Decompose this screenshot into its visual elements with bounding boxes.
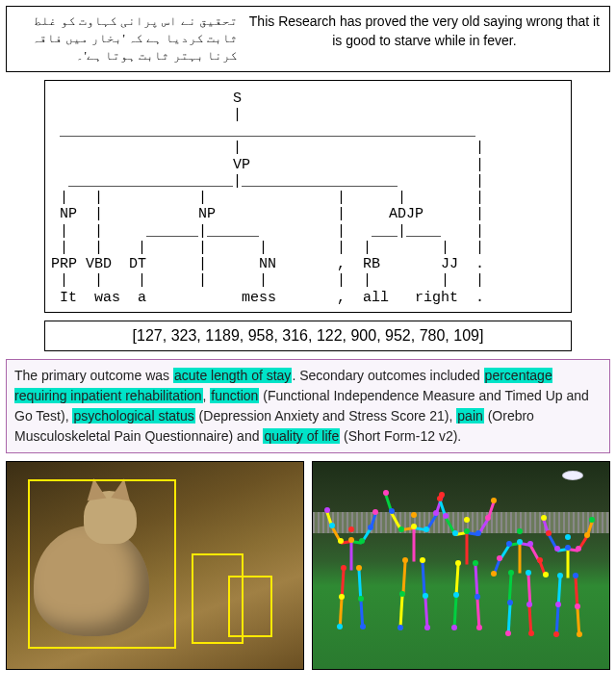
pose-keypoint [455, 560, 461, 566]
pose-keypoint [402, 557, 408, 563]
t: . Secondary outcomes included [292, 368, 483, 383]
pose-keypoint [473, 560, 478, 566]
pose-keypoint [452, 530, 458, 536]
pose-keypoint [485, 515, 491, 521]
pose-keypoint [575, 603, 580, 609]
entity-span: pain [456, 408, 483, 424]
sequence-text: [127, 323, 1189, 958, 316, 122, 900, 952… [133, 327, 484, 344]
parse-tree-ascii: S | ____________________________________… [51, 90, 565, 306]
pose-keypoint [517, 528, 523, 534]
pose-keypoint [553, 631, 559, 637]
entity-span: function [210, 388, 259, 403]
pose-keypoint [324, 507, 330, 513]
pose-keypoint [372, 509, 378, 515]
pose-keypoint [507, 600, 513, 605]
pose-keypoint [464, 517, 470, 523]
english-target-text: This Research has proved the very old sa… [238, 13, 602, 65]
pose-keypoint [565, 545, 571, 551]
urdu-source-text: تحقیق نے اس پرانی کہاوت کو غلط ثابت کردی… [14, 13, 238, 65]
frisbee-icon [563, 472, 582, 479]
pose-keypoint [437, 496, 443, 501]
translation-pair-box: تحقیق نے اس پرانی کہاوت کو غلط ثابت کردی… [6, 6, 610, 72]
pose-keypoint [348, 537, 354, 543]
pose-keypoint [541, 515, 547, 521]
fence-strip [313, 512, 609, 533]
pose-keypoint [451, 625, 457, 630]
pose-keypoint [584, 532, 590, 538]
pose-keypoint [453, 592, 459, 598]
pose-keypoint [360, 624, 366, 629]
t: (Short Form-12 v2). [340, 428, 461, 444]
pose-keypoint [526, 570, 531, 576]
bounding-box [228, 576, 272, 637]
pose-keypoint [491, 498, 497, 503]
pose-keypoint [505, 630, 511, 636]
bounding-box [28, 479, 176, 649]
pose-bone [413, 528, 416, 562]
pose-keypoint [491, 571, 497, 577]
pose-keypoint [337, 624, 343, 629]
pose-keypoint [464, 528, 470, 534]
outcome-annotation-box: The primary outcome was acute length of … [6, 359, 610, 453]
pose-keypoint [475, 530, 481, 536]
pose-keypoint [476, 625, 482, 630]
pose-keypoint [389, 508, 395, 514]
pose-keypoint [423, 593, 428, 599]
pose-keypoint [475, 594, 480, 600]
pose-keypoint [433, 510, 439, 516]
pose-keypoint [565, 534, 571, 540]
entity-span: quality of life [263, 428, 340, 444]
pose-bone [466, 532, 469, 564]
pose-keypoint [358, 596, 364, 602]
entity-span: acute length of stay [173, 368, 292, 383]
pose-bone [350, 541, 353, 570]
object-detection-example [6, 461, 304, 670]
pose-keypoint [368, 525, 373, 530]
pose-keypoint [411, 512, 417, 518]
t: The primary outcome was [14, 368, 173, 383]
pose-keypoint [398, 526, 404, 532]
pose-bone [519, 544, 522, 574]
pose-estimation-example [312, 461, 610, 670]
sequence-box: [127, 323, 1189, 958, 316, 122, 900, 952… [44, 321, 572, 351]
pose-keypoint [589, 517, 595, 523]
pose-keypoint [348, 526, 354, 532]
pose-keypoint [383, 490, 389, 496]
cv-examples-row [6, 461, 610, 670]
pose-keypoint [506, 541, 512, 547]
pose-keypoint [424, 526, 429, 532]
entity-span: psychological status [72, 408, 194, 424]
pose-keypoint [443, 513, 449, 519]
parse-tree-box: S | ____________________________________… [44, 80, 572, 313]
pose-keypoint [577, 631, 582, 637]
t: (Depression Anxiety and Stress Score 21)… [195, 408, 457, 424]
pose-bone [567, 549, 570, 578]
